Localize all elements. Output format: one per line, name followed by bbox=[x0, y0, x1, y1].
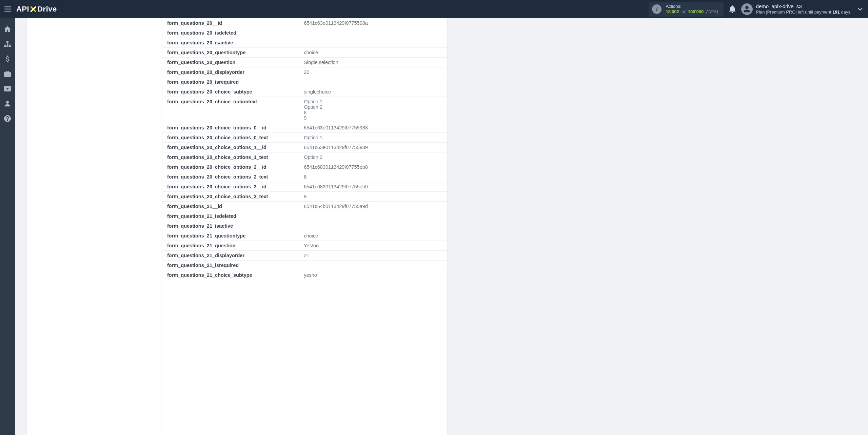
field-value: 6541c6830113429f07755eb9 bbox=[299, 182, 447, 192]
user-plan: Plan |Premium PRO| left until payment 19… bbox=[756, 9, 850, 15]
home-icon[interactable] bbox=[0, 22, 15, 36]
avatar bbox=[741, 3, 753, 15]
field-key: form_questions_20_questiontype bbox=[162, 48, 299, 58]
field-value: choice bbox=[299, 231, 447, 241]
field-key: form_questions_21_isactive bbox=[162, 221, 299, 231]
table-row: form_questions_20_isrequired bbox=[162, 77, 447, 87]
user-name: demo_apix-drive_s3 bbox=[756, 3, 850, 10]
briefcase-icon[interactable] bbox=[0, 67, 15, 81]
table-row: form_questions_20_choice_options_3__id65… bbox=[162, 182, 447, 192]
field-value: 6541c6830113429f07755eb8 bbox=[299, 162, 447, 172]
field-value bbox=[299, 38, 447, 48]
field-key: form_questions_20_question bbox=[162, 58, 299, 67]
field-value bbox=[299, 77, 447, 87]
field-key: form_questions_20_displayorder bbox=[162, 67, 299, 77]
actions-label: Actions: bbox=[666, 4, 718, 9]
sitemap-icon[interactable] bbox=[0, 37, 15, 51]
info-icon: i bbox=[652, 4, 662, 14]
actions-counts: 18'002 of 100'000 (18%) bbox=[666, 9, 718, 15]
field-key: form_questions_21_question bbox=[162, 241, 299, 251]
main-panel: form_questions_20__id6541c63e0113429f077… bbox=[26, 18, 448, 435]
actions-counter[interactable]: i Actions: 18'002 of 100'000 (18%) bbox=[649, 2, 723, 17]
field-key: form_questions_20_choice_options_0__id bbox=[162, 123, 299, 133]
table-row: form_questions_20_choice_subtypesinglech… bbox=[162, 87, 447, 97]
svg-rect-6 bbox=[9, 45, 11, 47]
table-row: form_questions_20_choice_options_3_text9 bbox=[162, 192, 447, 202]
table-row: form_questions_21_isdeleted bbox=[162, 211, 447, 221]
field-key: form_questions_20_choice_options_3_text bbox=[162, 192, 299, 202]
table-row: form_questions_21_displayorder21 bbox=[162, 251, 447, 261]
sidebar bbox=[0, 18, 15, 435]
field-value: Yes\no bbox=[299, 241, 447, 251]
table-row: form_questions_20_choice_options_0_textO… bbox=[162, 133, 447, 143]
field-value: Option 2 bbox=[299, 152, 447, 162]
field-value: singlechoice bbox=[299, 87, 447, 97]
logo-text-drive: Drive bbox=[37, 5, 57, 14]
field-value: 6541c63e0113429f07755989 bbox=[299, 143, 447, 152]
field-value bbox=[299, 28, 447, 38]
left-panel bbox=[27, 18, 162, 435]
youtube-icon[interactable] bbox=[0, 82, 15, 96]
table-row: form_questions_20_choice_options_2_text8 bbox=[162, 172, 447, 182]
hamburger-icon[interactable] bbox=[3, 4, 13, 14]
help-icon[interactable] bbox=[0, 112, 15, 125]
field-key: form_questions_21__id bbox=[162, 202, 299, 211]
field-key: form_questions_20_isrequired bbox=[162, 77, 299, 87]
svg-rect-2 bbox=[4, 11, 11, 12]
field-key: form_questions_20_choice_options_0_text bbox=[162, 133, 299, 143]
table-row: form_questions_20_isactive bbox=[162, 38, 447, 48]
field-key: form_questions_21_choice_subtype bbox=[162, 270, 299, 280]
svg-rect-0 bbox=[4, 6, 11, 7]
bell-icon[interactable] bbox=[729, 5, 736, 13]
table-row: form_questions_20__id6541c63e0113429f077… bbox=[162, 18, 447, 28]
table-row: form_questions_21_choice_subtypeyesno bbox=[162, 270, 447, 280]
field-value: yesno bbox=[299, 270, 447, 280]
table-row: form_questions_21_questionYes\no bbox=[162, 241, 447, 251]
table-row: form_questions_20_choice_options_0__id65… bbox=[162, 123, 447, 133]
dollar-icon[interactable] bbox=[0, 52, 15, 66]
table-row: form_questions_20_choice_options_1__id65… bbox=[162, 143, 447, 152]
field-key: form_questions_21_displayorder bbox=[162, 251, 299, 261]
table-row: form_questions_20_choice_optiontextOptio… bbox=[162, 97, 447, 123]
chevron-down-icon bbox=[858, 6, 863, 12]
field-value: Single selection bbox=[299, 58, 447, 67]
field-value: 21 bbox=[299, 251, 447, 261]
table-row: form_questions_21_isrequired bbox=[162, 261, 447, 270]
table-row: form_questions_20_displayorder20 bbox=[162, 67, 447, 77]
table-row: form_questions_20_choice_options_2__id65… bbox=[162, 162, 447, 172]
field-value: choice bbox=[299, 48, 447, 58]
field-value: Option 1 bbox=[299, 133, 447, 143]
svg-rect-3 bbox=[6, 41, 8, 43]
svg-rect-5 bbox=[6, 45, 8, 47]
field-value: 6541c63e0113429f0775598a bbox=[299, 18, 447, 28]
field-table: form_questions_20__id6541c63e0113429f077… bbox=[162, 18, 447, 435]
logo[interactable]: API Drive bbox=[16, 5, 57, 14]
field-key: form_questions_20_choice_options_1__id bbox=[162, 143, 299, 152]
field-key: form_questions_21_questiontype bbox=[162, 231, 299, 241]
user-icon[interactable] bbox=[0, 97, 15, 110]
field-value: 20 bbox=[299, 67, 447, 77]
svg-rect-4 bbox=[4, 45, 6, 47]
field-key: form_questions_20_choice_options_2__id bbox=[162, 162, 299, 172]
table-row: form_questions_20_questionSingle selecti… bbox=[162, 58, 447, 67]
logo-x-icon bbox=[29, 5, 37, 13]
top-header: API Drive i Actions: 18'002 of 100'000 (… bbox=[0, 0, 868, 18]
field-value: 9 bbox=[299, 192, 447, 202]
field-value bbox=[299, 211, 447, 221]
field-key: form_questions_20_choice_options_3__id bbox=[162, 182, 299, 192]
field-key: form_questions_20_isactive bbox=[162, 38, 299, 48]
table-row: form_questions_20_questiontypechoice bbox=[162, 48, 447, 58]
user-menu[interactable]: demo_apix-drive_s3 Plan |Premium PRO| le… bbox=[741, 3, 863, 15]
field-key: form_questions_20_choice_options_2_text bbox=[162, 172, 299, 182]
table-row: form_questions_21_questiontypechoice bbox=[162, 231, 447, 241]
field-key: form_questions_20_choice_optiontext bbox=[162, 97, 299, 123]
table-row: form_questions_20_isdeleted bbox=[162, 28, 447, 38]
field-value: 6541c63e0113429f07755988 bbox=[299, 123, 447, 133]
table-row: form_questions_21__id6541c64b0113429f077… bbox=[162, 202, 447, 211]
field-key: form_questions_21_isrequired bbox=[162, 261, 299, 270]
svg-rect-1 bbox=[4, 9, 11, 10]
field-value bbox=[299, 261, 447, 270]
field-value: Option 1 Option 2 8 9 bbox=[299, 97, 447, 123]
field-value: 8 bbox=[299, 172, 447, 182]
field-key: form_questions_20__id bbox=[162, 18, 299, 28]
